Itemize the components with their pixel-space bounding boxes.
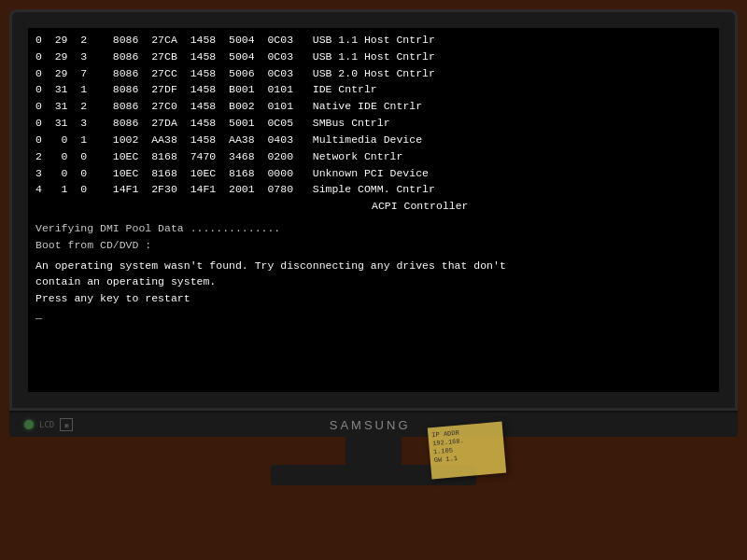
- verifying-dmi-line: Verifying DMI Pool Data ..............: [35, 220, 712, 237]
- error-line-2: contain an operating system.: [35, 273, 712, 290]
- monitor-screen: 0 29 2 8086 27CA 1458 5004 0C03 USB 1.1 …: [28, 28, 719, 392]
- monitor-stand-neck: [345, 437, 402, 465]
- table-row: 0 31 2 8086 27C0 1458 B002 0101 Native I…: [35, 98, 712, 115]
- screen-content: 0 29 2 8086 27CA 1458 5004 0C03 USB 1.1 …: [28, 28, 719, 392]
- monitor-bottom-bar: LCD ▣ SAMSUNG: [9, 411, 738, 437]
- table-row: 0 31 3 8086 27DA 1458 5001 0C05 SMBus Cn…: [35, 115, 712, 132]
- table-row: 0 29 3 8086 27CB 1458 5004 0C03 USB 1.1 …: [35, 49, 712, 65]
- monitor-outer: 0 29 2 8086 27CA 1458 5004 0C03 USB 1.1 …: [9, 9, 738, 411]
- table-row: 2 0 0 10EC 8168 7470 3468 0200 Network C…: [35, 148, 712, 165]
- sticky-note-text: IP ADDR192.168.1.105GW 1.1: [428, 422, 506, 469]
- table-row: 3 0 0 10EC 8168 10EC 8168 0000 Unknown P…: [35, 165, 712, 182]
- table-row-acpi: ACPI Controller: [35, 198, 712, 215]
- monitor-icon: ▣: [60, 418, 73, 431]
- table-row: 4 1 0 14F1 2F30 14F1 2001 0780 Simple CO…: [35, 181, 712, 198]
- boot-from-line: Boot from CD/DVD :: [35, 237, 712, 254]
- monitor-model-label: LCD: [39, 420, 54, 429]
- table-row: 0 0 1 1002 AA38 1458 AA38 0403 Multimedi…: [35, 132, 712, 148]
- table-row: 0 29 2 8086 27CA 1458 5004 0C03 USB 1.1 …: [35, 32, 712, 49]
- error-line-1: An operating system wasn't found. Try di…: [35, 258, 712, 274]
- sticky-note: IP ADDR192.168.1.105GW 1.1: [428, 422, 506, 480]
- error-line-3: Press any key to restart: [35, 290, 712, 307]
- power-led: [24, 420, 34, 429]
- cursor-line: _: [35, 307, 712, 324]
- monitor-brand: SAMSUNG: [330, 418, 411, 432]
- table-row: 0 31 1 8086 27DF 1458 B001 0101 IDE Cntr…: [35, 81, 712, 98]
- table-row: 0 29 7 8086 27CC 1458 5006 0C03 USB 2.0 …: [35, 65, 712, 82]
